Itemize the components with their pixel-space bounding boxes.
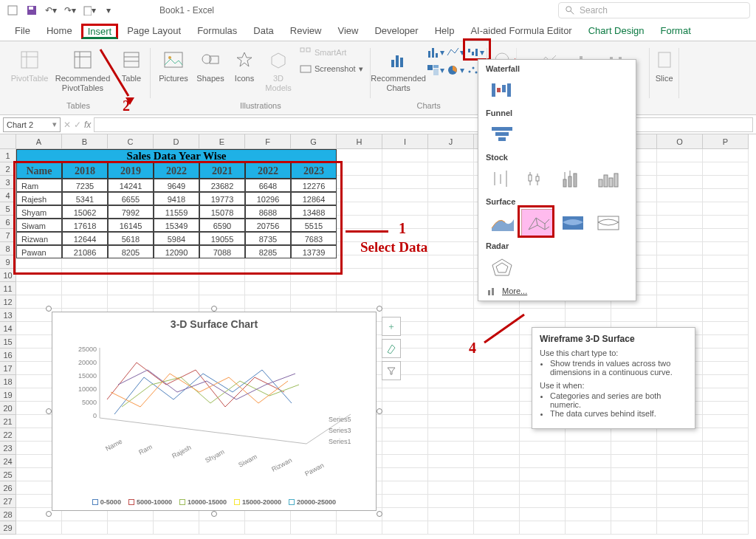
fx-icon[interactable]: fx bbox=[84, 120, 91, 130]
col-o[interactable]: O bbox=[657, 134, 703, 149]
tab-format[interactable]: Format bbox=[653, 22, 698, 41]
row-header[interactable]: 25 bbox=[0, 468, 16, 481]
wireframe-3d-surface-option[interactable] bbox=[521, 209, 554, 237]
table-button[interactable]: Table bbox=[117, 44, 146, 99]
col-g[interactable]: G bbox=[291, 134, 337, 149]
svg-rect-15 bbox=[165, 52, 182, 67]
col-a[interactable]: A bbox=[16, 134, 62, 149]
tab-home[interactable]: Home bbox=[39, 22, 80, 41]
row-header[interactable]: 17 bbox=[0, 362, 16, 375]
save-icon[interactable] bbox=[25, 4, 38, 17]
waterfall-option[interactable] bbox=[486, 76, 518, 104]
tab-insert[interactable]: Insert bbox=[81, 24, 119, 39]
pictures-button[interactable]: Pictures bbox=[155, 44, 192, 99]
recommended-charts-button[interactable]: Recommended Charts bbox=[372, 44, 425, 99]
row-header[interactable]: 29 bbox=[0, 521, 16, 535]
col-e[interactable]: E bbox=[199, 134, 245, 149]
search-input[interactable]: Search bbox=[558, 2, 750, 18]
redo-icon[interactable]: ↷▾ bbox=[63, 4, 77, 17]
row-header[interactable]: 26 bbox=[0, 481, 16, 495]
tab-review[interactable]: Review bbox=[283, 22, 329, 41]
quick-access-toolbar: ↶▾ ↷▾ ▾ ▾ bbox=[6, 4, 115, 17]
svg-rect-92 bbox=[609, 178, 613, 187]
tab-developer[interactable]: Developer bbox=[367, 22, 425, 41]
touch-mode-icon[interactable]: ▾ bbox=[83, 4, 96, 17]
contour-option[interactable] bbox=[557, 209, 589, 237]
group-label-tables: Tables bbox=[66, 100, 90, 111]
stock-option-1[interactable] bbox=[486, 165, 518, 193]
col-b[interactable]: B bbox=[62, 134, 108, 149]
qat-more-icon[interactable]: ▾ bbox=[102, 4, 115, 17]
select-all-corner[interactable] bbox=[0, 134, 16, 149]
row-header[interactable]: 16 bbox=[0, 349, 16, 362]
row-header[interactable]: 19 bbox=[0, 388, 16, 402]
tab-data[interactable]: Data bbox=[246, 22, 281, 41]
group-label-illustrations: Illustrations bbox=[240, 100, 281, 111]
col-c[interactable]: C bbox=[108, 134, 154, 149]
row-header[interactable]: 21 bbox=[0, 415, 16, 428]
namebox[interactable]: Chart 2▾ bbox=[3, 117, 61, 132]
svg-rect-95 bbox=[598, 216, 619, 230]
tab-help[interactable]: Help bbox=[427, 22, 462, 41]
stock-option-4[interactable] bbox=[592, 165, 625, 193]
menu-waterfall-label: Waterfall bbox=[486, 64, 628, 73]
screenshot-button[interactable]: Screenshot ▾ bbox=[297, 61, 366, 77]
col-h[interactable]: H bbox=[337, 134, 382, 149]
radar-option[interactable] bbox=[486, 253, 518, 281]
column-chart-icon[interactable]: ▾ bbox=[427, 44, 445, 61]
more-charts-link[interactable]: More... bbox=[486, 286, 628, 296]
chart-styles-button[interactable] bbox=[382, 339, 401, 358]
wireframe-contour-option[interactable] bbox=[592, 209, 625, 237]
enter-icon[interactable]: ✓ bbox=[74, 120, 81, 130]
slicer-button[interactable]: Slice bbox=[651, 44, 678, 99]
row-header[interactable]: 22 bbox=[0, 428, 16, 442]
svg-text:0: 0 bbox=[93, 412, 97, 419]
3d-models-button[interactable]: 3D Models bbox=[261, 44, 295, 99]
tab-page-layout[interactable]: Page Layout bbox=[120, 22, 188, 41]
funnel-option[interactable] bbox=[486, 120, 518, 148]
icons-button[interactable]: Icons bbox=[229, 44, 260, 99]
recommended-pivottables-button[interactable]: Recommended PivotTables bbox=[50, 44, 115, 99]
row-header[interactable]: 20 bbox=[0, 402, 16, 415]
row-header[interactable]: 13 bbox=[0, 309, 16, 322]
svg-rect-22 bbox=[306, 48, 310, 52]
group-charts: Recommended Charts ▾ ▾ ▾ ▾ ▾ ▾ Charts bbox=[371, 44, 487, 111]
row-header[interactable]: 28 bbox=[0, 508, 16, 521]
formula-input[interactable] bbox=[94, 117, 753, 132]
row-header[interactable]: 27 bbox=[0, 495, 16, 508]
cancel-icon[interactable]: ✕ bbox=[63, 120, 71, 130]
tab-formulas[interactable]: Formulas bbox=[190, 22, 244, 41]
undo-icon[interactable]: ↶▾ bbox=[44, 4, 58, 17]
row-header[interactable]: 23 bbox=[0, 442, 16, 455]
chart-title[interactable]: 3-D Surface Chart bbox=[52, 312, 376, 333]
row-header[interactable]: 18 bbox=[0, 375, 16, 388]
row-header[interactable]: 14 bbox=[0, 322, 16, 335]
col-d[interactable]: D bbox=[154, 134, 199, 149]
chart-elements-button[interactable]: ＋ bbox=[382, 317, 401, 336]
shapes-button[interactable]: Shapes bbox=[193, 44, 227, 99]
tab-file[interactable]: File bbox=[7, 22, 38, 41]
col-f[interactable]: F bbox=[245, 134, 291, 149]
row-header[interactable]: 24 bbox=[0, 455, 16, 468]
stock-option-2[interactable] bbox=[521, 165, 554, 193]
autosave-off-icon[interactable] bbox=[6, 4, 19, 17]
hierarchy-chart-icon[interactable]: ▾ bbox=[427, 62, 445, 78]
stock-option-3[interactable] bbox=[557, 165, 589, 193]
smartart-button[interactable]: SmartArt bbox=[297, 44, 366, 61]
row-header[interactable]: 11 bbox=[0, 282, 16, 295]
waterfall-chart-icon[interactable]: ▾ bbox=[467, 44, 485, 61]
chart-object[interactable]: 3-D Surface Chart 25000 20000 15000 1000… bbox=[52, 312, 377, 511]
col-j[interactable]: J bbox=[428, 134, 474, 149]
row-header[interactable]: 15 bbox=[0, 335, 16, 349]
col-i[interactable]: I bbox=[382, 134, 428, 149]
row-header[interactable]: 12 bbox=[0, 295, 16, 309]
svg-rect-0 bbox=[8, 6, 17, 15]
tab-view[interactable]: View bbox=[330, 22, 365, 41]
pivottable-button[interactable]: PivotTable bbox=[10, 44, 49, 99]
col-p[interactable]: P bbox=[703, 134, 749, 149]
surface-3d-option[interactable] bbox=[486, 209, 518, 237]
arrow-1 bbox=[346, 230, 388, 233]
tab-chart-design[interactable]: Chart Design bbox=[581, 22, 652, 41]
pie-chart-icon[interactable]: ▾ bbox=[447, 62, 465, 78]
chart-filter-button[interactable] bbox=[382, 361, 401, 380]
